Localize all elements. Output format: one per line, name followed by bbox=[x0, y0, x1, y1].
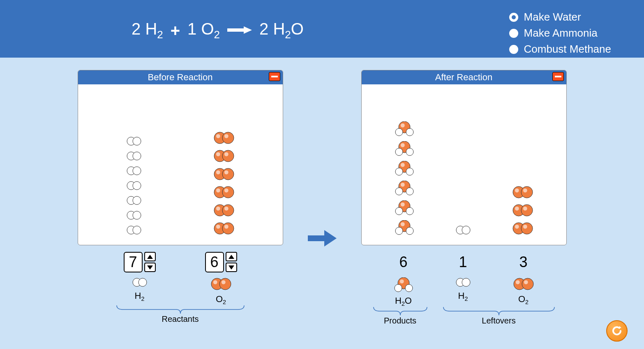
h2-leftover-label: H2 bbox=[458, 291, 468, 302]
collapse-button[interactable] bbox=[552, 72, 564, 81]
radio-make-ammonia[interactable]: Make Ammonia bbox=[509, 27, 611, 40]
o2-column bbox=[213, 131, 235, 237]
main-content: Before Reaction 7 H2 bbox=[0, 58, 644, 326]
svg-point-36 bbox=[224, 152, 228, 156]
svg-point-34 bbox=[216, 152, 220, 156]
o2-label: O2 bbox=[216, 294, 226, 305]
svg-point-105 bbox=[523, 188, 527, 193]
reaction-arrow-icon bbox=[308, 228, 337, 250]
svg-point-20 bbox=[134, 198, 137, 201]
after-counts: 6 H2O 1 H2 3 O2 bbox=[393, 252, 535, 307]
h2-increment-button[interactable] bbox=[144, 252, 156, 261]
radio-icon bbox=[509, 29, 518, 38]
o2-count: 6 bbox=[205, 252, 224, 272]
h2o-icon bbox=[393, 277, 414, 294]
svg-point-8 bbox=[134, 154, 137, 156]
products-bracket: Products bbox=[372, 307, 429, 326]
before-panel: Before Reaction bbox=[78, 70, 283, 245]
molecule bbox=[126, 225, 142, 237]
svg-point-67 bbox=[407, 130, 410, 132]
molecule bbox=[126, 210, 142, 222]
plus-icon: + bbox=[171, 21, 180, 40]
h2o-count: 6 bbox=[399, 252, 407, 272]
svg-point-23 bbox=[133, 211, 141, 219]
svg-point-96 bbox=[406, 227, 413, 235]
svg-point-73 bbox=[407, 149, 410, 152]
svg-point-70 bbox=[395, 148, 403, 156]
svg-point-4 bbox=[134, 139, 137, 142]
molecule bbox=[126, 151, 142, 163]
svg-point-113 bbox=[523, 225, 527, 229]
svg-point-87 bbox=[400, 202, 404, 207]
leftovers-bracket: Leftovers bbox=[441, 307, 556, 326]
reaction-equation: 2 H2 + 1 O2 2 H2O bbox=[132, 20, 304, 41]
molecule bbox=[394, 161, 415, 177]
o2-icon bbox=[210, 277, 232, 292]
svg-point-79 bbox=[407, 169, 410, 172]
radio-combust-methane[interactable]: Combust Methane bbox=[509, 43, 611, 56]
svg-point-14 bbox=[128, 183, 131, 186]
molecule bbox=[126, 195, 142, 207]
svg-rect-0 bbox=[227, 28, 245, 32]
molecule bbox=[512, 186, 534, 200]
svg-point-60 bbox=[221, 280, 225, 284]
svg-point-111 bbox=[515, 225, 519, 229]
products-label: Products bbox=[372, 316, 429, 326]
svg-point-54 bbox=[134, 280, 137, 283]
molecule bbox=[213, 168, 235, 182]
o2-leftover-column bbox=[512, 186, 534, 237]
svg-point-91 bbox=[407, 209, 410, 211]
before-spinners: 7 H2 6 O2 bbox=[124, 252, 237, 305]
svg-point-117 bbox=[396, 286, 398, 288]
svg-point-39 bbox=[222, 168, 234, 180]
molecule bbox=[213, 149, 235, 164]
svg-point-63 bbox=[400, 123, 404, 128]
h2-leftover-count: 1 bbox=[459, 252, 467, 272]
svg-point-118 bbox=[405, 284, 413, 292]
svg-point-10 bbox=[128, 168, 131, 171]
svg-point-82 bbox=[395, 188, 403, 195]
svg-point-122 bbox=[462, 278, 470, 286]
radio-label: Make Ammonia bbox=[524, 27, 598, 40]
svg-point-116 bbox=[395, 284, 402, 292]
molecule bbox=[213, 204, 235, 219]
svg-point-12 bbox=[134, 168, 137, 171]
molecule bbox=[394, 200, 415, 217]
svg-point-11 bbox=[133, 167, 141, 175]
before-panel-header: Before Reaction bbox=[78, 70, 283, 84]
molecule bbox=[512, 204, 534, 219]
after-panel-body bbox=[362, 84, 566, 245]
svg-point-16 bbox=[134, 183, 137, 186]
h2-decrement-button[interactable] bbox=[144, 263, 156, 272]
svg-point-69 bbox=[400, 143, 404, 147]
svg-point-108 bbox=[521, 205, 533, 216]
svg-point-28 bbox=[134, 228, 137, 230]
svg-point-18 bbox=[128, 198, 131, 201]
o2-decrement-button[interactable] bbox=[226, 263, 237, 272]
svg-point-119 bbox=[406, 286, 409, 288]
reactants-label: Reactants bbox=[115, 314, 246, 324]
o2-leftover-label: O2 bbox=[518, 294, 529, 305]
collapse-button[interactable] bbox=[269, 72, 280, 81]
h2o-column bbox=[394, 121, 415, 237]
radio-make-water[interactable]: Make Water bbox=[509, 11, 611, 23]
svg-point-84 bbox=[406, 188, 413, 195]
svg-point-30 bbox=[216, 134, 220, 138]
o2-increment-button[interactable] bbox=[226, 252, 237, 261]
h2-icon bbox=[132, 277, 148, 289]
o2-icon bbox=[512, 277, 535, 292]
svg-point-76 bbox=[395, 168, 403, 175]
svg-point-58 bbox=[213, 280, 217, 284]
molecule bbox=[213, 222, 235, 237]
svg-point-77 bbox=[397, 169, 399, 172]
h2-leftover-column bbox=[455, 225, 471, 237]
svg-point-50 bbox=[216, 225, 220, 229]
svg-point-3 bbox=[133, 137, 141, 145]
molecule bbox=[126, 181, 142, 192]
svg-point-125 bbox=[515, 280, 519, 284]
leftovers-label: Leftovers bbox=[441, 316, 556, 326]
svg-point-22 bbox=[128, 213, 131, 216]
svg-point-24 bbox=[134, 213, 137, 216]
svg-point-38 bbox=[216, 170, 220, 174]
reset-button[interactable] bbox=[606, 320, 628, 342]
